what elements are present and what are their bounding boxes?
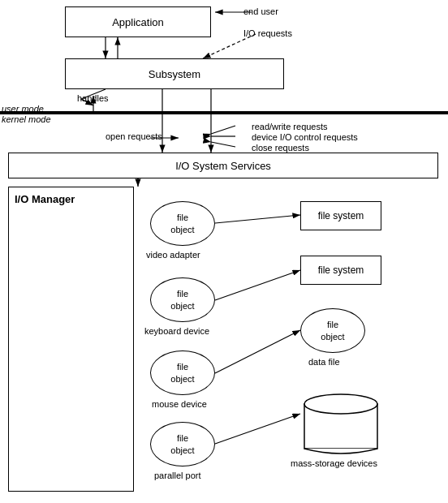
file-object-oval-1: fileobject (150, 201, 215, 246)
svg-line-16 (215, 215, 300, 223)
io-manager-box (8, 187, 134, 492)
svg-point-1 (304, 394, 377, 414)
device-io-label: device I/O control requests (252, 132, 358, 142)
io-services-box: I/O System Services (8, 153, 438, 178)
video-adapter-label: video adapter (146, 250, 200, 260)
keyboard-device-label: keyboard device (144, 326, 209, 336)
file-system-box-2: file system (300, 256, 381, 285)
parallel-port-label: parallel port (154, 471, 200, 480)
file-object-label-3: fileobject (170, 361, 194, 385)
file-object-label-4: fileobject (170, 432, 194, 456)
mouse-device-label: mouse device (152, 399, 207, 409)
read-write-label: read/write requests (252, 122, 328, 131)
handles-label: handles (77, 93, 109, 103)
file-system-box-1: file system (300, 201, 381, 230)
file-system-label-2: file system (318, 264, 364, 276)
data-file-label: data file (308, 357, 340, 367)
svg-line-18 (215, 330, 300, 373)
application-label: Application (112, 16, 164, 28)
svg-line-17 (215, 270, 300, 300)
file-object-oval-4: fileobject (150, 422, 215, 466)
mode-divider (0, 111, 448, 114)
diagram: Application Subsystem user mode kernel m… (0, 0, 448, 503)
open-requests-label: open requests (106, 131, 162, 141)
mass-storage-label: mass-storage devices (291, 458, 377, 468)
svg-line-19 (215, 414, 300, 444)
subsystem-label: Subsystem (149, 68, 200, 80)
file-object-oval-3: fileobject (150, 350, 215, 395)
close-requests-label: close requests (252, 143, 309, 153)
io-manager-label: I/O Manager (15, 193, 75, 205)
mass-storage-cylinder (300, 389, 381, 454)
svg-line-12 (211, 142, 235, 147)
file-object-oval-5: fileobject (300, 308, 365, 353)
file-object-label-2: fileobject (170, 288, 194, 312)
application-box: Application (65, 6, 211, 37)
io-services-label: I/O System Services (175, 160, 271, 172)
kernel-mode-label: kernel mode (2, 114, 51, 124)
svg-line-10 (211, 126, 235, 134)
io-requests-label: I/O requests (243, 28, 292, 38)
file-object-label-5: fileobject (321, 319, 344, 342)
end-user-label: end user (243, 6, 278, 16)
file-system-label-1: file system (318, 210, 364, 221)
subsystem-box: Subsystem (65, 58, 284, 89)
file-object-label-1: fileobject (170, 212, 194, 235)
file-object-oval-2: fileobject (150, 277, 215, 322)
